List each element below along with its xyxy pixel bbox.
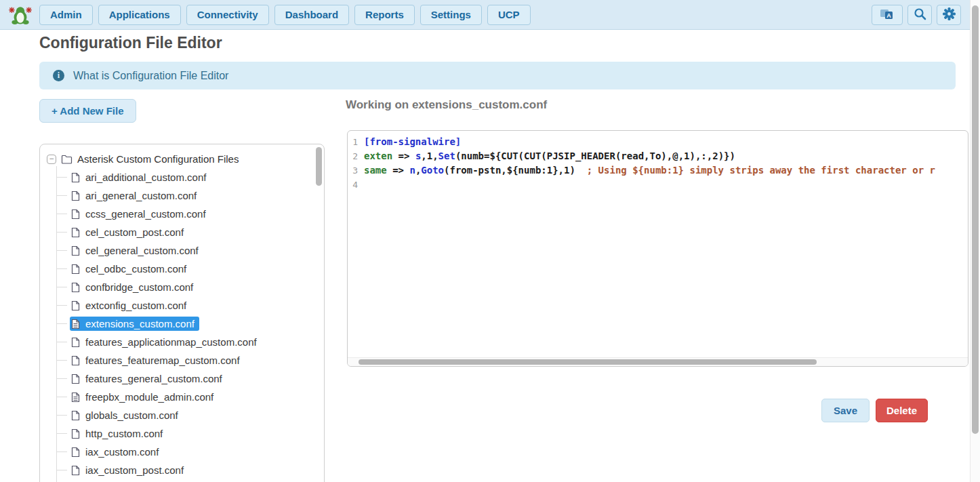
gear-icon <box>942 7 956 23</box>
file-name: iax_custom_post.conf <box>85 464 184 476</box>
language-icon: A <box>880 7 895 22</box>
file-name: ari_additional_custom.conf <box>85 172 206 183</box>
page-scrollbar[interactable] <box>972 5 979 434</box>
code-line-text: same => n,Goto(from-pstn,${numb:1},1) ; … <box>364 165 935 179</box>
tree-file-item[interactable]: globals_custom.conf <box>56 406 324 424</box>
tree-file-item[interactable]: extensions_custom.conf <box>56 315 324 333</box>
tree-file-item[interactable]: extconfig_custom.conf <box>56 296 324 315</box>
settings-gear-button[interactable] <box>937 5 961 25</box>
file-icon <box>71 447 80 458</box>
freepbx-config-editor-screen: Admin Applications Connectivity Dashboar… <box>0 0 980 482</box>
tree-file-item[interactable]: cel_custom_post.conf <box>56 223 324 241</box>
working-on-heading: Working on extensions_custom.conf <box>346 98 547 112</box>
file-name: features_applicationmap_custom.conf <box>85 336 257 348</box>
search-button[interactable] <box>907 5 932 25</box>
file-tree-panel: − Asterisk Custom Configuration Files ar… <box>39 144 325 482</box>
nav-tab-dashboard[interactable]: Dashboard <box>274 5 349 25</box>
line-number: 3 <box>348 165 364 179</box>
tree-file-item[interactable]: freepbx_module_admin.conf <box>56 388 324 406</box>
freepbx-frog-logo[interactable] <box>8 4 33 26</box>
page-scrollbar-track <box>970 0 980 482</box>
nav-tab-applications[interactable]: Applications <box>98 5 181 25</box>
file-name: cel_custom_post.conf <box>85 226 184 238</box>
tree-file-item[interactable]: iax_general_custom.conf <box>56 479 324 482</box>
info-banner-text: What is Configuration File Editor <box>73 70 228 82</box>
code-token: ,1, <box>421 150 438 161</box>
code-line-text: exten => s,1,Set(numb=${CUT(CUT(PJSIP_HE… <box>364 150 735 165</box>
info-banner[interactable]: i What is Configuration File Editor <box>39 62 956 89</box>
nav-tab-ucp[interactable]: UCP <box>487 5 531 25</box>
tree-file-item[interactable]: features_applicationmap_custom.conf <box>56 333 324 351</box>
file-icon <box>71 465 80 476</box>
file-name: confbridge_custom.conf <box>85 281 193 293</box>
code-token: (numb=${CUT(CUT(PJSIP_HEADER(read,To),@,… <box>455 150 735 161</box>
file-name: cel_odbc_custom.conf <box>85 263 186 275</box>
editor-horizontal-scrollbar-track <box>348 357 968 366</box>
file-icon <box>71 410 80 421</box>
add-new-file-button[interactable]: + Add New File <box>39 99 136 123</box>
code-area[interactable]: 1[from-signalwire]2exten => s,1,Set(numb… <box>348 136 968 193</box>
tree-file-item[interactable]: cel_odbc_custom.conf <box>56 260 324 278</box>
file-name: ccss_general_custom.conf <box>85 208 206 220</box>
line-number: 4 <box>348 179 364 193</box>
file-icon <box>71 300 80 311</box>
file-icon <box>71 428 80 439</box>
file-icon <box>71 374 80 384</box>
file-icon <box>71 172 80 183</box>
file-icon <box>71 264 80 275</box>
code-token: => <box>392 150 415 161</box>
language-button[interactable]: A <box>872 5 903 25</box>
file-name: ari_general_custom.conf <box>85 190 197 201</box>
nav-tab-connectivity[interactable]: Connectivity <box>186 5 269 25</box>
file-icon <box>71 337 80 348</box>
code-token: ; Using ${numb:1} simply strips away the… <box>575 165 935 176</box>
tree-file-item[interactable]: cel_general_custom.conf <box>56 241 324 260</box>
tree-scrollbar[interactable] <box>316 147 322 186</box>
file-icon <box>71 355 80 366</box>
nav-tab-reports[interactable]: Reports <box>354 5 415 25</box>
collapse-expander-icon[interactable]: − <box>47 155 56 164</box>
code-line[interactable]: 4 <box>348 179 968 193</box>
code-editor[interactable]: 1[from-signalwire]2exten => s,1,Set(numb… <box>347 130 968 367</box>
save-button[interactable]: Save <box>821 399 870 422</box>
file-name: cel_general_custom.conf <box>85 245 199 256</box>
code-token: => <box>387 165 410 176</box>
tree-file-item[interactable]: ccss_general_custom.conf <box>56 205 324 223</box>
search-icon <box>914 7 926 22</box>
file-name: features_featuremap_custom.conf <box>85 355 240 366</box>
folder-icon <box>61 155 73 164</box>
tree-file-item[interactable]: confbridge_custom.conf <box>56 278 324 296</box>
code-line-text: [from-signalwire] <box>364 136 461 150</box>
tree-file-item[interactable]: ari_additional_custom.conf <box>56 168 324 186</box>
tree-file-item[interactable]: http_custom.conf <box>56 424 324 443</box>
page-title: Configuration File Editor <box>39 34 222 52</box>
tree-file-item[interactable]: features_general_custom.conf <box>56 369 324 388</box>
file-name: extensions_custom.conf <box>85 318 195 329</box>
tree-file-item[interactable]: ari_general_custom.conf <box>56 186 324 205</box>
tree-file-item[interactable]: features_featuremap_custom.conf <box>56 351 324 369</box>
top-navbar: Admin Applications Connectivity Dashboar… <box>0 0 980 30</box>
file-name: http_custom.conf <box>85 428 163 439</box>
nav-tab-settings[interactable]: Settings <box>420 5 482 25</box>
delete-button[interactable]: Delete <box>876 399 928 422</box>
main-menu: Admin Applications Connectivity Dashboar… <box>39 5 531 25</box>
editor-horizontal-scrollbar[interactable] <box>359 359 817 365</box>
nav-tab-admin[interactable]: Admin <box>39 5 93 25</box>
file-content-icon <box>71 392 80 403</box>
tree-file-item[interactable]: iax_custom.conf <box>56 443 324 461</box>
code-line[interactable]: 3same => n,Goto(from-pstn,${numb:1},1) ;… <box>348 165 968 179</box>
code-token: exten <box>364 150 392 161</box>
file-icon <box>71 190 80 201</box>
code-line[interactable]: 1[from-signalwire] <box>348 136 968 150</box>
code-line[interactable]: 2exten => s,1,Set(numb=${CUT(CUT(PJSIP_H… <box>348 150 968 165</box>
info-icon: i <box>53 70 64 81</box>
line-number: 2 <box>348 150 364 165</box>
file-icon <box>71 227 80 238</box>
file-name: extconfig_custom.conf <box>85 300 186 311</box>
tree-root-node[interactable]: − Asterisk Custom Configuration Files <box>45 150 324 168</box>
file-icon <box>71 245 80 256</box>
file-name: iax_custom.conf <box>85 446 159 458</box>
tree-file-item[interactable]: iax_custom_post.conf <box>56 461 324 479</box>
file-name: globals_custom.conf <box>85 409 178 421</box>
file-content-icon <box>71 319 80 329</box>
